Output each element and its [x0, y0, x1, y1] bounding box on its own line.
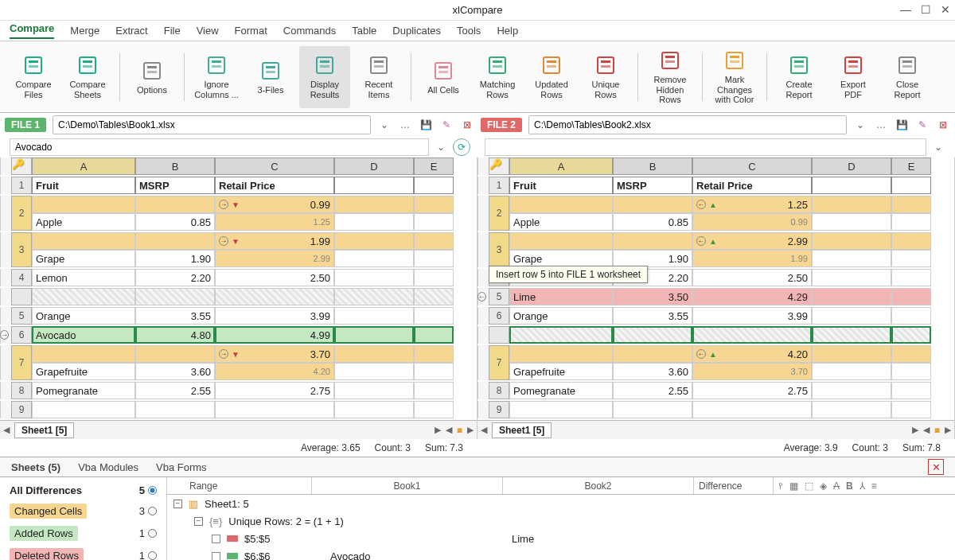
- close-button[interactable]: ✕: [941, 3, 950, 16]
- header-cell[interactable]: Fruit: [32, 177, 135, 194]
- diff-row[interactable]: − ▥ Sheet1: 5: [167, 495, 955, 512]
- cell[interactable]: 2.75: [692, 382, 812, 399]
- file2-path-input[interactable]: [528, 115, 847, 134]
- cell[interactable]: [215, 401, 334, 418]
- tool-icon[interactable]: ⬚: [805, 480, 813, 492]
- tool-icon[interactable]: ▦: [789, 480, 798, 492]
- ignore-columns-button[interactable]: IgnoreColumns ...: [191, 46, 242, 108]
- cell[interactable]: 3.55: [135, 307, 215, 325]
- cell[interactable]: 2.55: [135, 382, 215, 399]
- file2-close-icon[interactable]: ⊠: [936, 118, 950, 132]
- cell[interactable]: [891, 196, 931, 231]
- tool-icon[interactable]: A: [833, 480, 840, 492]
- row-header[interactable]: 5: [11, 307, 32, 325]
- row-header[interactable]: 9: [11, 401, 32, 418]
- file2-expand-icon[interactable]: ⌄: [931, 140, 945, 154]
- cell[interactable]: 3.99: [692, 307, 812, 325]
- unique-rows-button[interactable]: UniqueRows: [580, 46, 631, 108]
- cell[interactable]: [414, 401, 454, 418]
- cell[interactable]: [334, 382, 414, 399]
- cell[interactable]: → ▼ 1.992.99: [215, 232, 334, 267]
- col-header-D[interactable]: D: [812, 158, 891, 175]
- file1-formula-input[interactable]: [10, 138, 429, 156]
- cell[interactable]: [334, 196, 414, 231]
- cell[interactable]: 2.50: [215, 269, 334, 286]
- diff-filter-added[interactable]: Added Rows1: [6, 523, 160, 543]
- maximize-button[interactable]: ☐: [921, 3, 931, 16]
- diff-row[interactable]: $6:$6Avocado: [167, 547, 955, 560]
- file2-formula-input[interactable]: [485, 138, 926, 156]
- sync-cell-icon[interactable]: ←: [696, 200, 706, 209]
- menu-format[interactable]: Format: [235, 25, 267, 37]
- display-results-button[interactable]: DisplayResults: [299, 46, 350, 108]
- cell[interactable]: [891, 288, 931, 305]
- cell[interactable]: [692, 401, 812, 418]
- create-report-button[interactable]: CreateReport: [774, 46, 824, 108]
- col-header-B[interactable]: B: [135, 158, 215, 175]
- menu-view[interactable]: View: [197, 25, 219, 37]
- row-header[interactable]: 9: [489, 401, 509, 418]
- sync-cell-icon[interactable]: →: [219, 236, 228, 246]
- menu-merge[interactable]: Merge: [70, 25, 99, 37]
- cell[interactable]: [334, 345, 414, 380]
- tool-bold-icon[interactable]: B: [846, 480, 853, 492]
- remove-hidden-button[interactable]: RemoveHidden Rows: [645, 46, 696, 108]
- menu-compare[interactable]: Compare: [10, 22, 54, 39]
- cell[interactable]: [215, 288, 334, 305]
- cell[interactable]: [812, 307, 891, 325]
- file2-save-icon[interactable]: 💾: [895, 118, 909, 132]
- cell[interactable]: [812, 401, 891, 418]
- row-header[interactable]: 2: [11, 196, 32, 231]
- cell[interactable]: [334, 269, 414, 286]
- cell[interactable]: [32, 401, 135, 418]
- cell[interactable]: [891, 269, 931, 286]
- row-header[interactable]: 3: [11, 232, 32, 267]
- cell[interactable]: [509, 401, 613, 418]
- hscroll2-right[interactable]: ▶: [945, 425, 951, 435]
- cell[interactable]: 1.90: [613, 232, 692, 267]
- sheet2-nav-next[interactable]: ▶: [912, 425, 918, 435]
- cell[interactable]: 3.99: [215, 307, 334, 325]
- cell[interactable]: [812, 232, 891, 267]
- sync-cell-icon[interactable]: →: [219, 200, 228, 209]
- file1-more-icon[interactable]: …: [398, 118, 412, 132]
- cell[interactable]: 4.80: [135, 326, 215, 344]
- cell[interactable]: [891, 307, 931, 325]
- cell[interactable]: Lemon: [32, 269, 135, 286]
- cell[interactable]: [135, 401, 215, 418]
- three-files-button[interactable]: 3-Files: [245, 46, 296, 108]
- file1-close-icon[interactable]: ⊠: [460, 118, 474, 132]
- compare-sheets-button[interactable]: CompareSheets: [62, 46, 113, 108]
- sync-cell-icon[interactable]: ←: [696, 349, 706, 359]
- cell[interactable]: 3.60: [135, 345, 215, 380]
- row-header[interactable]: 8: [11, 382, 32, 399]
- col-header-B[interactable]: B: [613, 158, 692, 175]
- cell[interactable]: 0.85: [135, 196, 215, 231]
- updated-rows-button[interactable]: UpdatedRows: [526, 46, 577, 108]
- menu-table[interactable]: Table: [352, 25, 376, 37]
- cell[interactable]: 0.85: [613, 196, 692, 231]
- cell[interactable]: [812, 288, 891, 305]
- row-header[interactable]: 5: [489, 288, 509, 305]
- row-header[interactable]: 7: [489, 345, 509, 380]
- col-header-C[interactable]: C: [215, 158, 334, 175]
- file1-dropdown-icon[interactable]: ⌄: [377, 118, 392, 132]
- mark-color-button[interactable]: Mark Changeswith Color: [709, 46, 760, 108]
- cell[interactable]: 4.29: [692, 288, 812, 305]
- cell[interactable]: [812, 269, 891, 286]
- cell[interactable]: ← ▲ 2.991.99: [692, 232, 812, 267]
- cell[interactable]: [613, 326, 692, 344]
- file1-edit-icon[interactable]: ✎: [439, 118, 454, 132]
- menu-extract[interactable]: Extract: [115, 25, 147, 37]
- cell[interactable]: 3.55: [613, 307, 692, 325]
- sheet2-nav-prev[interactable]: ◀: [481, 425, 487, 435]
- row-header[interactable]: 8: [489, 382, 509, 399]
- cell[interactable]: Apple: [509, 196, 613, 231]
- menu-file[interactable]: File: [164, 25, 181, 37]
- cell[interactable]: [334, 326, 414, 344]
- header-cell[interactable]: MSRP: [135, 177, 215, 194]
- cell[interactable]: 1.90: [135, 232, 215, 267]
- cell[interactable]: Orange: [509, 307, 613, 325]
- sheet-tab[interactable]: Sheet1 [5]: [14, 422, 74, 438]
- cell[interactable]: Grape: [509, 232, 613, 267]
